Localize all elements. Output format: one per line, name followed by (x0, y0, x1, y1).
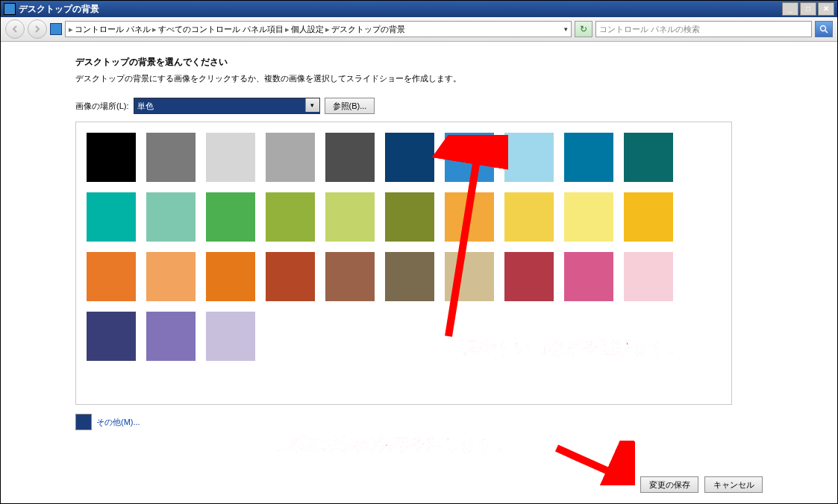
color-swatch[interactable] (146, 133, 196, 182)
color-swatch[interactable] (206, 133, 255, 182)
color-swatch[interactable] (385, 192, 434, 242)
color-swatch[interactable] (624, 252, 673, 301)
crumb-control-panel[interactable]: コントロール パネル (75, 24, 151, 35)
color-swatch[interactable] (87, 133, 136, 182)
crumb-personalization[interactable]: 個人設定 (291, 24, 324, 35)
color-swatch[interactable] (624, 192, 673, 242)
color-swatch[interactable] (504, 252, 554, 301)
chevron-down-icon: ▾ (305, 98, 319, 112)
color-swatch[interactable] (146, 252, 196, 301)
window-title: デスクトップの背景 (19, 3, 782, 16)
maximize-button[interactable]: □ (800, 2, 816, 16)
breadcrumb[interactable]: ▸ コントロール パネル ▸ すべてのコントロール パネル項目 ▸ 個人設定 ▸… (65, 21, 572, 37)
other-color-box (75, 414, 92, 430)
color-swatch[interactable] (206, 252, 255, 301)
color-swatch[interactable] (445, 133, 494, 182)
color-swatch[interactable] (266, 192, 315, 242)
chevron-down-icon[interactable]: ▾ (564, 25, 568, 33)
cancel-button[interactable]: キャンセル (704, 476, 763, 493)
other-color-link[interactable]: その他(M)... (96, 417, 140, 428)
color-swatch[interactable] (146, 312, 196, 361)
search-button[interactable] (815, 21, 833, 37)
color-swatch[interactable] (385, 252, 434, 301)
color-swatch[interactable] (87, 252, 136, 301)
annotation-text-2: 最後に変更の保存を押します。 (277, 433, 511, 456)
color-swatch[interactable] (385, 133, 434, 182)
color-swatch[interactable] (504, 192, 554, 242)
color-swatch[interactable] (445, 192, 494, 242)
forward-button[interactable] (28, 19, 47, 39)
color-swatch-panel (75, 122, 732, 405)
arrow-left-icon (11, 25, 19, 33)
back-button[interactable] (5, 19, 25, 39)
location-select[interactable]: 単色 ▾ (134, 98, 320, 114)
color-swatch[interactable] (266, 133, 315, 182)
search-placeholder: コントロール パネルの検索 (599, 24, 700, 35)
color-swatch[interactable] (504, 133, 554, 182)
color-swatch[interactable] (564, 252, 613, 301)
location-label: 画像の場所(L): (75, 101, 129, 112)
app-icon (4, 3, 16, 15)
crumb-desktop-bg[interactable]: デスクトップの背景 (331, 24, 405, 35)
color-swatch[interactable] (206, 312, 255, 361)
crumb-all-items[interactable]: すべてのコントロール パネル項目 (158, 24, 284, 35)
svg-point-0 (821, 26, 826, 31)
location-value: 単色 (137, 101, 154, 112)
minimize-button[interactable]: _ (782, 2, 798, 16)
page-heading: デスクトップの背景を選んでください (75, 56, 763, 69)
annotation-text-1: 見やすい青などを選びます。 (463, 336, 684, 359)
navigation-bar: ▸ コントロール パネル ▸ すべてのコントロール パネル項目 ▸ 個人設定 ▸… (1, 17, 837, 42)
color-swatch[interactable] (146, 192, 196, 242)
color-swatch[interactable] (325, 252, 375, 301)
svg-line-1 (825, 31, 828, 33)
close-button[interactable]: ✕ (818, 2, 834, 16)
color-swatch[interactable] (445, 252, 494, 301)
color-swatch[interactable] (325, 133, 375, 182)
color-swatch[interactable] (206, 192, 255, 242)
browse-button[interactable]: 参照(B)... (325, 98, 375, 114)
window-titlebar: デスクトップの背景 _ □ ✕ (1, 1, 837, 17)
refresh-button[interactable]: ↻ (575, 21, 592, 37)
save-button[interactable]: 変更の保存 (640, 476, 698, 493)
color-swatch[interactable] (624, 133, 673, 182)
color-swatch[interactable] (266, 252, 315, 301)
color-swatch[interactable] (325, 192, 375, 242)
search-input[interactable]: コントロール パネルの検索 (595, 21, 812, 37)
color-swatch[interactable] (87, 192, 136, 242)
color-swatch[interactable] (564, 133, 613, 182)
path-icon (50, 23, 62, 35)
arrow-right-icon (34, 25, 41, 33)
color-swatch[interactable] (87, 312, 136, 361)
page-description: デスクトップの背景にする画像をクリックするか、複数の画像を選択してスライドショー… (75, 73, 763, 84)
search-icon (819, 25, 828, 34)
color-swatch[interactable] (564, 192, 613, 242)
